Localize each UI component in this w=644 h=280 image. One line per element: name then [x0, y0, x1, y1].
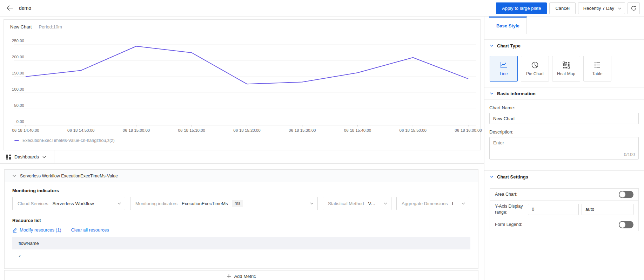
form-legend-row: Form Legend: — [490, 218, 638, 231]
yaxis-range-label: Y-Axis Display range: — [495, 203, 524, 215]
chevron-down-icon — [618, 7, 621, 10]
modify-resources-link[interactable]: Modify resources (1) — [12, 227, 61, 233]
line-chart-svg: 0.0050.00100.00150.00200.00250.0006-18 1… — [9, 34, 476, 136]
time-range-value: Recently 7 Day — [583, 6, 614, 11]
pencil-icon — [12, 228, 17, 233]
metric-config-panel: Serverless Workflow ExecutionExecTimeMs-… — [4, 169, 478, 269]
form-legend-label: Form Legend: — [495, 222, 530, 228]
topbar: demo Apply to large plate Cancel Recentl… — [0, 0, 644, 17]
chart-type-label: Line — [500, 71, 508, 76]
resource-table: flowName z — [12, 237, 470, 262]
resource-links-row: Modify resources (1) Clear all resources — [12, 227, 470, 233]
select-label: Aggregate Dimensions — [402, 201, 448, 206]
cancel-button[interactable]: Cancel — [549, 2, 575, 14]
description-textarea[interactable] — [490, 137, 638, 159]
basic-information-section-header[interactable]: Basic information — [484, 87, 644, 100]
apply-to-large-plate-button[interactable]: Apply to large plate — [496, 2, 547, 14]
monitoring-indicators-heading: Monitoring indicators — [12, 188, 470, 193]
chevron-collapse-icon — [490, 92, 494, 96]
svg-text:06-18 15:10:00: 06-18 15:10:00 — [178, 128, 205, 132]
chevron-collapse-icon — [490, 44, 494, 48]
area-chart-toggle[interactable] — [619, 191, 633, 198]
modify-resources-label: Modify resources (1) — [20, 227, 61, 233]
chart-name-label: Chart Name: — [489, 105, 639, 110]
legend-item[interactable]: ExecutionExecTimeMs-Value-cn-hangzhou,z(… — [14, 138, 115, 143]
description-label: Description: — [489, 129, 639, 135]
dashboards-label: Dashboards — [14, 154, 39, 159]
section-chart-type: Chart Type Line Pie Chart — [484, 39, 644, 82]
chart-type-section-header[interactable]: Chart Type — [489, 40, 639, 52]
svg-text:06-18 15:00:00: 06-18 15:00:00 — [123, 128, 150, 132]
chevron-down-icon — [461, 202, 465, 205]
resource-list-heading: Resource list — [12, 218, 470, 223]
cloud-service-select[interactable]: Cloud Services Serverless Workflow — [12, 197, 125, 210]
area-chart-row: Area Chart: — [490, 189, 638, 201]
add-metric-label: Add Metric — [234, 274, 256, 279]
select-value: Serverless Workflow — [52, 201, 94, 206]
yaxis-range-row: Y-Axis Display range: — [490, 201, 638, 218]
chart-type-label: Table — [592, 71, 603, 76]
select-label: Statistical Method — [328, 201, 364, 206]
chart-type-line[interactable]: Line — [490, 56, 518, 82]
select-value: Value — [368, 201, 375, 206]
section-chart-settings: Chart Settings Area Chart: Y-Axis Displa… — [484, 170, 644, 231]
yaxis-max-input[interactable] — [582, 204, 633, 215]
chevron-collapse-icon — [490, 175, 494, 179]
back-arrow-icon[interactable] — [6, 4, 15, 12]
statistical-method-select[interactable]: Statistical Method Value — [323, 197, 391, 210]
chart-settings-section-header[interactable]: Chart Settings — [484, 171, 644, 183]
dashboards-dropdown[interactable]: Dashboards — [0, 150, 54, 163]
refresh-button[interactable] — [628, 2, 640, 14]
add-metric-button[interactable]: Add Metric — [4, 270, 478, 280]
legend-dash-icon — [14, 140, 19, 141]
line-chart: 0.0050.00100.00150.00200.00250.0006-18 1… — [9, 34, 476, 136]
metric-select[interactable]: Monitoring indicators ExecutionExecTimeM… — [130, 197, 318, 210]
dashboard-icon — [6, 154, 11, 160]
svg-text:06-18 15:40:00: 06-18 15:40:00 — [344, 128, 371, 132]
chart-type-label: Pie Chart — [526, 71, 544, 76]
table-list-icon — [593, 61, 601, 69]
svg-text:200.00: 200.00 — [12, 55, 24, 59]
selector-row: Cloud Services Serverless Workflow Monit… — [12, 197, 470, 210]
chevron-down-icon — [117, 202, 121, 205]
svg-text:100.00: 100.00 — [12, 87, 24, 91]
section-title: Chart Settings — [497, 174, 528, 180]
select-value: ExecutionExecTimeMs — [182, 201, 228, 206]
chevron-down-icon — [383, 202, 387, 205]
clear-all-resources-label: Clear all resources — [71, 227, 109, 233]
chart-preview-card: New Chart Period:10m 0.0050.00100.00150.… — [4, 19, 481, 150]
page-title: demo — [19, 5, 31, 11]
svg-text:150.00: 150.00 — [12, 71, 24, 75]
chart-type-heatmap[interactable]: Heat Map — [552, 56, 580, 82]
metric-panel-header[interactable]: Serverless Workflow ExecutionExecTimeMs-… — [5, 170, 478, 182]
clear-all-resources-link[interactable]: Clear all resources — [71, 227, 109, 233]
svg-text:06-18 14:40:00: 06-18 14:40:00 — [12, 128, 39, 132]
svg-text:0.00: 0.00 — [16, 119, 24, 124]
dashboards-bar: Dashboards — [0, 150, 484, 164]
chart-type-label: Heat Map — [557, 71, 575, 76]
select-label: Monitoring indicators — [135, 201, 177, 206]
time-range-select[interactable]: Recently 7 Day — [578, 2, 625, 14]
svg-text:06-18 15:30:00: 06-18 15:30:00 — [289, 128, 316, 132]
description-field: 0/100 — [489, 137, 639, 159]
form-legend-toggle[interactable] — [619, 221, 633, 228]
svg-text:06-18 15:50:00: 06-18 15:50:00 — [400, 128, 427, 132]
section-basic-information: Basic information Chart Name: Descriptio… — [484, 87, 644, 165]
char-counter: 0/100 — [624, 152, 635, 157]
svg-text:06-18 16:00:00: 06-18 16:00:00 — [455, 128, 482, 132]
chevron-collapse-icon — [12, 174, 16, 178]
topbar-actions: Apply to large plate Cancel Recently 7 D… — [496, 2, 640, 14]
heat-map-icon — [562, 61, 570, 69]
metric-panel-title: Serverless Workflow ExecutionExecTimeMs-… — [20, 174, 118, 178]
aggregate-dimensions-select[interactable]: Aggregate Dimensions flo... — [396, 197, 469, 210]
chart-type-table[interactable]: Table — [583, 56, 611, 82]
yaxis-min-input[interactable] — [528, 204, 579, 215]
resource-table-header: flowName — [12, 237, 470, 249]
chart-type-pie[interactable]: Pie Chart — [521, 56, 549, 82]
panel-tabbar: Base Style — [484, 17, 644, 34]
tab-base-style[interactable]: Base Style — [489, 17, 527, 34]
svg-text:50.00: 50.00 — [14, 103, 24, 108]
metric-panel-body: Monitoring indicators Cloud Services Ser… — [5, 182, 478, 262]
chart-name-input[interactable] — [489, 113, 639, 124]
select-value: flo... — [452, 201, 453, 206]
